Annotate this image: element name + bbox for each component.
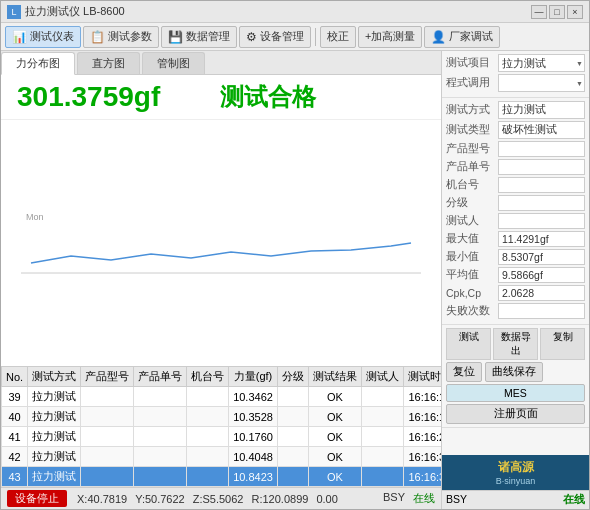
right-field-label: 机台号	[446, 178, 496, 192]
right-field-row: 失败次数	[446, 303, 585, 319]
toolbar-separator-1	[315, 28, 316, 46]
toolbar-data-mgmt[interactable]: 💾 数据管理	[161, 26, 237, 48]
right-field-row: Cpk,Cp2.0628	[446, 285, 585, 301]
table-cell	[361, 447, 403, 467]
window-controls: — □ ×	[531, 5, 583, 19]
toolbar-test-params[interactable]: 📋 测试参数	[83, 26, 159, 48]
chart-tabs: 力分布图 直方图 管制图	[1, 51, 441, 75]
right-field-value	[498, 177, 585, 193]
minimize-button[interactable]: —	[531, 5, 547, 19]
action-tab-test[interactable]: 测试	[446, 328, 491, 360]
table-cell: OK	[308, 467, 361, 487]
coord-x: X:40.7819	[77, 493, 127, 505]
table-cell	[277, 387, 308, 407]
col-force: 力量(gf)	[229, 367, 278, 387]
table-cell: OK	[308, 387, 361, 407]
toolbar-height-measure[interactable]: +加高测量	[358, 26, 422, 48]
table-row[interactable]: 39拉力测试10.3462OK16:16:10	[2, 387, 442, 407]
test-display-icon: 📊	[12, 30, 27, 44]
table-cell: 42	[2, 447, 28, 467]
table-cell: 16:16:34	[403, 467, 441, 487]
table-area: No. 测试方式 产品型号 产品单号 机台号 力量(gf) 分级 测试结果 测试…	[1, 366, 441, 487]
coord-r: R:120.0899	[251, 493, 308, 505]
svg-text:Mon: Mon	[26, 212, 44, 222]
table-cell: OK	[308, 407, 361, 427]
program-select[interactable]	[498, 74, 585, 92]
col-grade: 分级	[277, 367, 308, 387]
right-field-row: 平均值9.5866gf	[446, 267, 585, 283]
toolbar-calibrate[interactable]: 校正	[320, 26, 356, 48]
tab-histogram[interactable]: 直方图	[77, 52, 140, 74]
table-cell	[277, 427, 308, 447]
tab-force-distribution[interactable]: 力分布图	[1, 52, 75, 75]
toolbar-factory-label: 厂家调试	[449, 29, 493, 44]
right-actions-section: 测试 数据导出 复制 复位 曲线保存 MES 注册页面	[442, 325, 589, 428]
action-buttons-row: 复位 曲线保存	[446, 362, 585, 382]
col-model: 产品型号	[81, 367, 134, 387]
reset-button[interactable]: 复位	[446, 362, 482, 382]
action-tab-export[interactable]: 数据导出	[493, 328, 538, 360]
right-test-item-section: 测试项目 拉力测试 程式调用	[442, 51, 589, 98]
test-item-select[interactable]: 拉力测试	[498, 54, 585, 72]
right-field-label: 测试类型	[446, 123, 496, 137]
right-field-row: 最小值8.5307gf	[446, 249, 585, 265]
right-field-label: 产品单号	[446, 160, 496, 174]
brand-logo: 诸高源 B·sinyuan	[442, 455, 589, 490]
toolbar-calibrate-label: 校正	[327, 29, 349, 44]
table-cell	[134, 407, 187, 427]
main-window: L 拉力测试仪 LB-8600 — □ × 📊 测试仪表 📋 测试参数 💾 数据…	[0, 0, 590, 510]
bottom-status-bar: BSY 在线	[442, 490, 589, 509]
right-field-value: 9.5866gf	[498, 267, 585, 283]
table-cell: 拉力测试	[28, 407, 81, 427]
table-cell	[277, 447, 308, 467]
table-row[interactable]: 41拉力测试10.1760OK16:16:21	[2, 427, 442, 447]
toolbar-device-mgmt[interactable]: ⚙ 设备管理	[239, 26, 311, 48]
test-item-label: 测试项目	[446, 56, 496, 70]
table-cell	[81, 467, 134, 487]
factory-debug-icon: 👤	[431, 30, 446, 44]
right-field-label: 测试人	[446, 214, 496, 228]
action-tab-copy[interactable]: 复制	[540, 328, 585, 360]
right-field-value	[498, 159, 585, 175]
right-field-value	[498, 213, 585, 229]
chart-canvas-area: Mon	[1, 120, 441, 366]
device-mgmt-icon: ⚙	[246, 30, 257, 44]
table-row[interactable]: 40拉力测试10.3528OK16:16:15	[2, 407, 442, 427]
col-method: 测试方式	[28, 367, 81, 387]
col-machine: 机台号	[187, 367, 229, 387]
save-curve-button[interactable]: 曲线保存	[485, 362, 543, 382]
main-force-value: 301.3759gf	[17, 81, 160, 113]
col-result: 测试结果	[308, 367, 361, 387]
table-cell: 10.3462	[229, 387, 278, 407]
toolbar-factory-debug[interactable]: 👤 厂家调试	[424, 26, 500, 48]
bottom-online: 在线	[563, 493, 585, 507]
table-cell	[134, 427, 187, 447]
stop-device-button[interactable]: 设备停止	[7, 490, 67, 507]
right-field-row: 产品型号	[446, 141, 585, 157]
close-button[interactable]: ×	[567, 5, 583, 19]
mes-button[interactable]: MES	[446, 384, 585, 402]
table-cell: OK	[308, 447, 361, 467]
coord-z: Z:S5.5062	[193, 493, 244, 505]
table-cell: 41	[2, 427, 28, 447]
right-field-row: 分级	[446, 195, 585, 211]
table-cell: 16:16:21	[403, 427, 441, 447]
test-data-table: No. 测试方式 产品型号 产品单号 机台号 力量(gf) 分级 测试结果 测试…	[1, 366, 441, 487]
right-field-value: 破坏性测试	[498, 121, 585, 139]
test-params-icon: 📋	[90, 30, 105, 44]
toolbar-test-display[interactable]: 📊 测试仪表	[5, 26, 81, 48]
table-row[interactable]: 43拉力测试10.8423OK16:16:34	[2, 467, 442, 487]
program-select-wrapper[interactable]	[498, 74, 585, 92]
table-cell	[361, 407, 403, 427]
right-field-value: 2.0628	[498, 285, 585, 301]
table-row[interactable]: 42拉力测试10.4048OK16:16:30	[2, 447, 442, 467]
tab-control-chart[interactable]: 管制图	[142, 52, 205, 74]
right-panel: 测试项目 拉力测试 程式调用	[441, 51, 589, 509]
test-item-select-wrapper[interactable]: 拉力测试	[498, 54, 585, 72]
maximize-button[interactable]: □	[549, 5, 565, 19]
right-field-label: Cpk,Cp	[446, 287, 496, 299]
register-button[interactable]: 注册页面	[446, 404, 585, 424]
toolbar-device-mgmt-label: 设备管理	[260, 29, 304, 44]
table-cell: 10.4048	[229, 447, 278, 467]
app-icon: L	[7, 5, 21, 19]
